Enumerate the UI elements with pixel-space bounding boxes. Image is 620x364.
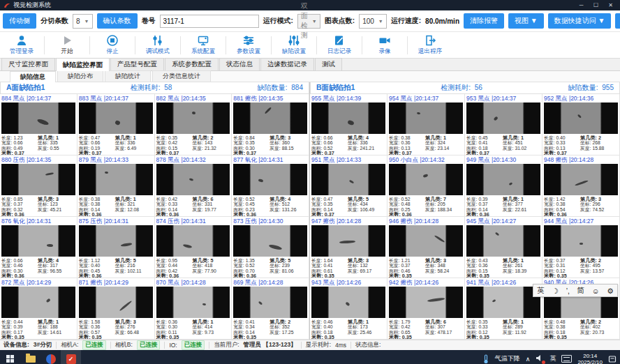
- thermometer-icon: [482, 354, 489, 364]
- defect-cell[interactable]: 955 黑点 |20:14:39 长度: 0.66 宽度: 0.66 面积: 0…: [310, 94, 388, 156]
- log-record-button[interactable]: 日志记录: [319, 34, 360, 56]
- defect-cell[interactable]: 945 黑点 |20:14:27 长度: 0.43 宽度: 0.36 面积: 0…: [465, 217, 542, 278]
- defect-coord: 173: [360, 324, 367, 329]
- chart-points-select[interactable]: 100 ▼: [359, 14, 387, 29]
- defect-meters: 0.36: [92, 211, 102, 217]
- defect-cell[interactable]: 879 黑点 |20:14:33 长度: 0.38 宽度: 0.38 面积: 0…: [78, 156, 155, 217]
- defect-time: |20:14:31: [104, 218, 128, 225]
- clock[interactable]: 20:14 2025/2/10: [577, 353, 603, 364]
- tab-test[interactable]: 测试: [315, 58, 342, 70]
- defect-cell[interactable]: 876 氧化 |20:14:31 长度: 0.66 宽度: 0.46 面积: 0…: [0, 217, 78, 278]
- defect-mark: [422, 174, 428, 179]
- defect-cell[interactable]: 878 黑点 |20:14:32 长度: 0.42 宽度: 0.33 面积: 0…: [155, 156, 232, 217]
- tab-system-param-config[interactable]: 系统参数配置: [165, 58, 219, 70]
- maximize-button[interactable]: ☐: [590, 2, 602, 8]
- tab-status-info[interactable]: 状态信息: [219, 58, 260, 70]
- tab-size-monitor[interactable]: 尺寸监控界面: [1, 58, 55, 70]
- defect-cell[interactable]: 950 小白点 |20:14:32 长度: 0.52 宽度: 0.48 面积: …: [388, 156, 465, 217]
- defect-cell[interactable]: 941 黑点 |20:14:26 长度: 0.35 宽度: 0.33 面积: 0…: [465, 278, 542, 340]
- defect-cell[interactable]: 869 黑点 |20:14:28 长度: 0.41 宽度: 0.34 面积: 0…: [232, 278, 309, 340]
- defect-cell[interactable]: 871 擦伤 |20:14:29 长度: 1.58 宽度: 0.36 面积: 0…: [78, 278, 155, 340]
- defect-time: |20:14:36: [569, 95, 593, 102]
- start-button[interactable]: 开始: [47, 34, 87, 56]
- slit-count-select[interactable]: 8 ▼: [73, 14, 93, 29]
- data-quick-access-menu-button[interactable]: 数据快捷访问 ▼: [548, 13, 612, 29]
- defect-time: |20:14:28: [181, 279, 205, 286]
- ime-lang-toggle[interactable]: 英: [537, 286, 545, 296]
- user-icon: [15, 34, 28, 47]
- parameter-settings-button[interactable]: 参数设置: [228, 34, 269, 56]
- help-menu-button[interactable]: 帮助 ▼: [615, 13, 620, 29]
- defect-cell[interactable]: 875 压伤 |20:14:31 长度: 1.12 宽度: 0.40 面积: 0…: [78, 217, 155, 278]
- subtab-defect-info[interactable]: 缺陷信息: [10, 71, 56, 82]
- defect-cell[interactable]: 953 黑点 |20:14:37 长度: 0.45 宽度: 0.41 面积: 0…: [465, 94, 542, 156]
- drive-side-button[interactable]: 传动侧: [3, 13, 36, 29]
- defect-cell[interactable]: 952 黑点 |20:14:36 长度: 0.40 宽度: 0.33 面积: 0…: [542, 94, 620, 156]
- confirm-count-button[interactable]: 确认条数: [97, 13, 138, 29]
- tab-defect-monitor[interactable]: 缺陷监控界面: [56, 58, 110, 71]
- defect-settings-button[interactable]: 缺陷设置: [274, 34, 314, 56]
- subtab-defect-distribution[interactable]: 缺陷分布: [57, 70, 103, 82]
- system-config-button[interactable]: 系统配置: [183, 34, 223, 56]
- action-center-icon[interactable]: [608, 355, 617, 363]
- defect-cell[interactable]: 870 黑点 |20:14:28 长度: 0.36 宽度: 0.30 面积: 0…: [155, 278, 232, 340]
- defect-type: 黑点: [401, 95, 413, 102]
- defect-cell[interactable]: 882 黑点 |20:14:35 长度: 0.35 宽度: 0.42 面积: 0…: [155, 94, 232, 156]
- defect-cell[interactable]: 873 压伤 |20:14:30 长度: 1.35 宽度: 0.52 面积: 0…: [232, 217, 309, 278]
- defect-gray: 25.46: [360, 330, 371, 335]
- defect-cell[interactable]: 948 擦伤 |20:14:28 长度: 1.42 宽度: 0.38 面积: 0…: [542, 156, 620, 217]
- defect-cell[interactable]: 946 擦伤 |20:14:28 长度: 1.21 宽度: 0.37 面积: 0…: [388, 217, 465, 278]
- view-menu-button[interactable]: 视图 ▼: [508, 13, 544, 29]
- touch-keyboard-icon[interactable]: [561, 355, 572, 363]
- defect-mark: [202, 303, 205, 305]
- tray-chevron-up-icon[interactable]: ∧: [526, 356, 531, 363]
- defect-cell[interactable]: 880 压伤 |20:14:35 长度: 0.85 宽度: 0.37 面积: 0…: [0, 156, 78, 217]
- defect-meters: 0.36: [169, 211, 179, 217]
- defect-cell[interactable]: 944 黑点 |20:14:27 长度: 0.37 宽度: 0.31 面积: 0…: [542, 217, 620, 278]
- ime-emoji-icon[interactable]: ☺: [592, 287, 600, 295]
- defect-cell[interactable]: 954 黑点 |20:14:37 长度: 0.38 宽度: 0.36 面积: 0…: [388, 94, 465, 156]
- vision-app-taskbar-button[interactable]: ✓: [61, 350, 81, 364]
- ime-language-indicator[interactable]: 英: [549, 354, 556, 363]
- defect-cell[interactable]: 942 擦伤 |20:14:26 长度: 1.79 宽度: 0.42 面积: 0…: [388, 278, 465, 340]
- ime-punctuation-toggle[interactable]: ’,: [566, 287, 570, 295]
- roll-number-input[interactable]: [160, 15, 259, 28]
- defect-cell[interactable]: 872 黑点 |20:14:29 长度: 0.44 宽度: 0.39 面积: 0…: [0, 278, 78, 340]
- tab-edge-data-record[interactable]: 边缘数据记录: [260, 58, 314, 70]
- ime-simplified-toggle[interactable]: 简: [577, 286, 585, 296]
- defect-cell[interactable]: 949 黑点 |20:14:30 长度: 0.39 宽度: 0.37 面积: 0…: [465, 156, 542, 217]
- defect-cell[interactable]: 883 黑点 |20:14:37 长度: 0.47 宽度: 0.66 面积: 0…: [78, 94, 155, 156]
- ime-moon-icon[interactable]: ☽: [552, 287, 559, 295]
- minimize-button[interactable]: ─: [575, 2, 587, 8]
- defect-cell[interactable]: 881 擦伤 |20:14:35 长度: 0.84 宽度: 0.35 面积: 0…: [232, 94, 309, 156]
- start-button[interactable]: [0, 350, 20, 364]
- admin-login-button[interactable]: 管理登录: [1, 34, 42, 56]
- run-mode-select[interactable]: 双面检测 ▼: [297, 14, 320, 29]
- defect-cell[interactable]: 951 黑点 |20:14:33 长度: 0.47 宽度: 0.35 面积: 0…: [310, 156, 388, 217]
- pinned-app-button[interactable]: [40, 350, 61, 364]
- debug-mode-button[interactable]: 调试模式: [138, 34, 178, 56]
- defect-cell[interactable]: 874 压伤 |20:14:31 长度: 0.95 宽度: 0.44 面积: 0…: [155, 217, 232, 278]
- defect-image: [233, 287, 307, 318]
- defect-cell[interactable]: 877 氧化 |20:14:31 长度: 0.52 宽度: 0.45 面积: 0…: [232, 156, 309, 217]
- defect-gray: 131.26: [282, 207, 297, 212]
- clear-alarm-button[interactable]: 清除报警: [464, 13, 504, 29]
- sound-icon[interactable]: [536, 354, 544, 363]
- file-explorer-button[interactable]: [20, 350, 40, 364]
- tab-product-model-config[interactable]: 产品型号配置: [110, 58, 164, 70]
- defect-cell[interactable]: 884 黑点 |20:14:37 长度: 1.23 宽度: 0.66 面积: 0…: [0, 94, 78, 156]
- defect-cell[interactable]: 943 黑点 |20:14:26 长度: 0.46 宽度: 0.40 面积: 0…: [310, 278, 388, 340]
- stop-button[interactable]: 停止: [92, 34, 133, 56]
- defect-length: 0.36: [168, 319, 177, 324]
- defect-gray: 106.49: [360, 207, 374, 212]
- ime-settings-gear-icon[interactable]: ⚙: [607, 287, 613, 295]
- exit-program-button[interactable]: 退出程序: [410, 34, 450, 56]
- recording-button[interactable]: 录像: [364, 34, 405, 56]
- defect-cell[interactable]: 947 擦伤 |20:14:28 长度: 1.64 宽度: 0.41 面积: 0…: [310, 217, 388, 278]
- defect-id: 947: [311, 218, 321, 225]
- subtab-class-info-statistics[interactable]: 分类信息统计: [152, 70, 211, 82]
- camera-a-label: 相机A:: [61, 341, 78, 349]
- subtab-defect-statistics[interactable]: 缺陷统计: [105, 70, 151, 82]
- close-button[interactable]: ✕: [605, 2, 617, 8]
- weather-text[interactable]: 气温下降: [495, 354, 520, 363]
